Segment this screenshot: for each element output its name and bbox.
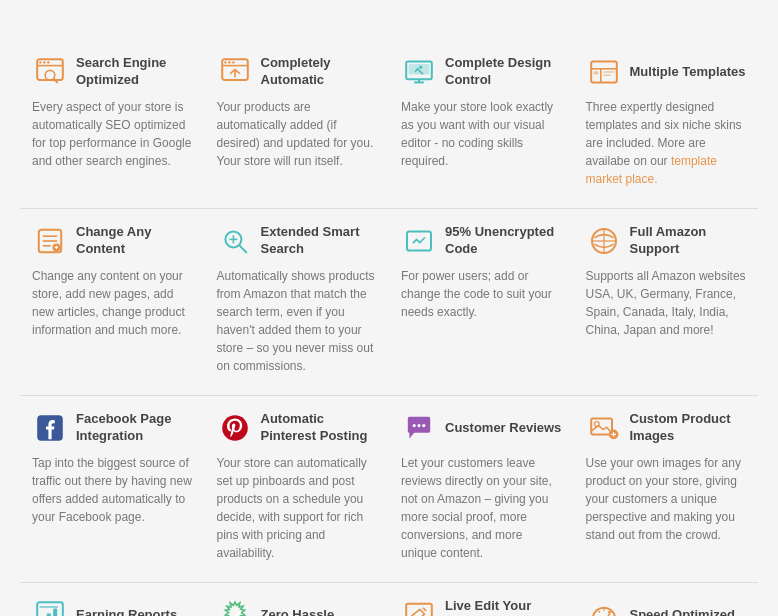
svg-point-42 — [417, 424, 420, 427]
feature-link-templates[interactable]: template market place. — [586, 154, 717, 186]
feature-templates: Multiple TemplatesThree expertly designe… — [574, 44, 759, 204]
feature-pinterest: Automatic Pinterest PostingYour store ca… — [205, 400, 390, 578]
svg-point-3 — [43, 61, 45, 63]
feature-text-reviews: Let your customers leave reviews directl… — [401, 454, 562, 562]
feature-title-earning: Earning Reports — [76, 607, 177, 616]
feature-title-facebook: Facebook Page Integration — [76, 411, 193, 445]
svg-line-32 — [239, 245, 246, 252]
feature-title-zero-hassle: Zero Hassle — [261, 607, 335, 616]
feature-title-custom-images: Custom Product Images — [630, 411, 747, 445]
feature-text-facebook: Tap into the biggest source of traffic o… — [32, 454, 193, 526]
facebook-icon — [32, 410, 68, 446]
feature-automatic: Completely AutomaticYour products are au… — [205, 44, 390, 204]
feature-text-smart-search: Automatically shows products from Amazon… — [217, 267, 378, 375]
svg-point-4 — [47, 61, 49, 63]
templates-icon — [586, 54, 622, 90]
automatic-icon — [217, 54, 253, 90]
speed-icon — [586, 597, 622, 616]
feature-title-design: Complete Design Control — [445, 55, 562, 89]
feature-title-pinterest: Automatic Pinterest Posting — [261, 411, 378, 445]
svg-line-57 — [423, 608, 426, 611]
page-container: Search Engine OptimizedEvery aspect of y… — [0, 0, 778, 616]
feature-live-edit: Live Edit Your StoreBrowse your store as… — [389, 587, 574, 616]
feature-text-automatic: Your products are automatically added (i… — [217, 98, 378, 170]
amazon-support-icon — [586, 223, 622, 259]
unencrypted-icon — [401, 223, 437, 259]
feature-facebook: Facebook Page IntegrationTap into the bi… — [20, 400, 205, 578]
svg-point-41 — [413, 424, 416, 427]
svg-point-17 — [419, 66, 422, 69]
feature-text-seo: Every aspect of your store is automatica… — [32, 98, 193, 170]
svg-rect-23 — [603, 74, 611, 76]
feature-title-speed: Speed Optimized — [630, 607, 735, 616]
feature-unencrypted: 95% Unencrypted CodeFor power users; add… — [389, 213, 574, 391]
zero-hassle-icon — [217, 597, 253, 616]
feature-design: Complete Design ControlMake your store l… — [389, 44, 574, 204]
feature-text-design: Make your store look exactly as you want… — [401, 98, 562, 170]
change-icon — [32, 223, 68, 259]
pinterest-icon — [217, 410, 253, 446]
feature-earning: Earning ReportsSee what your visitors ar… — [20, 587, 205, 616]
feature-text-pinterest: Your store can automatically set up pinb… — [217, 454, 378, 562]
feature-title-unencrypted: 95% Unencrypted Code — [445, 224, 562, 258]
feature-speed: Speed OptimizedYour store is fully cache… — [574, 587, 759, 616]
feature-custom-images: Custom Product ImagesUse your own images… — [574, 400, 759, 578]
feature-reviews: Customer ReviewsLet your customers leave… — [389, 400, 574, 578]
feature-title-live-edit: Live Edit Your Store — [445, 598, 562, 616]
svg-point-10 — [228, 61, 230, 63]
seo-icon — [32, 54, 68, 90]
feature-text-unencrypted: For power users; add or change the code … — [401, 267, 562, 321]
feature-amazon-support: Full Amazon SupportSupports all Amazon w… — [574, 213, 759, 391]
svg-rect-21 — [593, 71, 598, 74]
feature-text-amazon-support: Supports all Amazon websites USA, UK, Ge… — [586, 267, 747, 339]
feature-title-change: Change Any Content — [76, 224, 193, 258]
svg-rect-14 — [409, 64, 430, 74]
svg-point-43 — [422, 424, 425, 427]
svg-point-2 — [39, 61, 41, 63]
feature-title-reviews: Customer Reviews — [445, 420, 561, 437]
features-grid: Search Engine OptimizedEvery aspect of y… — [20, 44, 758, 616]
earning-icon — [32, 597, 68, 616]
feature-title-amazon-support: Full Amazon Support — [630, 224, 747, 258]
svg-rect-52 — [53, 609, 57, 616]
feature-title-templates: Multiple Templates — [630, 64, 746, 81]
svg-rect-44 — [591, 418, 612, 434]
feature-smart-search: Extended Smart SearchAutomatically shows… — [205, 213, 390, 391]
svg-line-58 — [604, 612, 610, 616]
live-edit-icon — [401, 597, 437, 616]
svg-point-11 — [232, 61, 234, 63]
design-icon — [401, 54, 437, 90]
feature-change: Change Any ContentChange any content on … — [20, 213, 205, 391]
reviews-icon — [401, 410, 437, 446]
feature-zero-hassle: Zero HassleOrders, shipping, refunds and… — [205, 587, 390, 616]
feature-text-templates: Three expertly designed templates and si… — [586, 98, 747, 188]
feature-text-custom-images: Use your own images for any product on y… — [586, 454, 747, 544]
svg-rect-22 — [603, 71, 614, 73]
feature-seo: Search Engine OptimizedEvery aspect of y… — [20, 44, 205, 204]
smart-search-icon — [217, 223, 253, 259]
custom-images-icon — [586, 410, 622, 446]
svg-point-9 — [224, 61, 226, 63]
svg-line-61 — [598, 611, 600, 613]
feature-title-automatic: Completely Automatic — [261, 55, 378, 89]
feature-title-seo: Search Engine Optimized — [76, 55, 193, 89]
feature-title-smart-search: Extended Smart Search — [261, 224, 378, 258]
feature-text-change: Change any content on your store, add ne… — [32, 267, 193, 339]
